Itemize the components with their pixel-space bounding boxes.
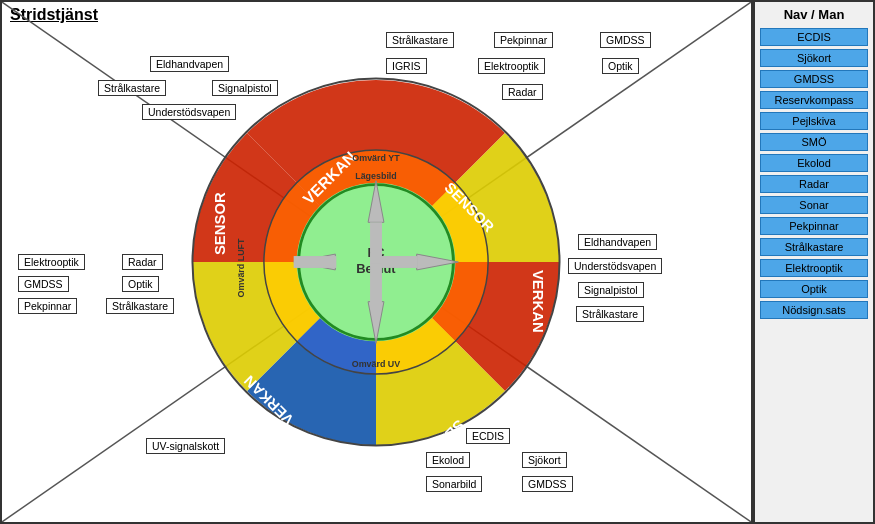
item-gmdss-bc: GMDSS [522,476,573,492]
left-panel: Stridstjänst [2,2,753,522]
page-title: Stridstjänst [10,6,98,24]
svg-marker-22 [294,254,336,270]
item-ecdis-bc: ECDIS [466,428,510,444]
svg-text:FC: FC [367,245,384,260]
item-signalpistol-r: Signalpistol [578,282,644,298]
item-elektrooptik-tr: Elektrooptik [478,58,545,74]
svg-text:VERKAN: VERKAN [241,372,297,428]
svg-point-5 [299,185,454,340]
svg-rect-25 [370,262,382,305]
sidebar-item-ecdis[interactable]: ECDIS [760,28,868,46]
svg-point-4 [297,183,456,342]
sidebar-item-optik[interactable]: Optik [760,280,868,298]
svg-point-6 [192,78,559,445]
item-understodsvapen-r: Understödsvapen [568,258,662,274]
item-stralkastar-tr: Strålkastare [386,32,454,48]
item-gmdss-l: GMDSS [18,276,69,292]
svg-rect-23 [294,256,337,268]
sidebar-title: Nav / Man [784,7,845,22]
svg-text:Lägesbild: Lägesbild [355,171,397,181]
item-sonarbild-bc: Sonarbild [426,476,482,492]
svg-rect-27 [370,222,382,264]
svg-text:VERKAN: VERKAN [300,148,359,207]
item-gmdss-tr: GMDSS [600,32,651,48]
svg-text:SENSOR: SENSOR [441,179,497,235]
svg-point-7 [264,150,488,374]
svg-text:Omvärd UV: Omvärd UV [352,359,401,369]
sidebar-item-reservkompass[interactable]: Reservkompass [760,91,868,109]
svg-text:Beslut: Beslut [356,261,396,276]
item-uv-signalskott: UV-signalskott [146,438,225,454]
svg-text:VERKAN: VERKAN [530,270,546,333]
svg-marker-24 [368,302,384,344]
sidebar-item-sonar[interactable]: Sonar [760,196,868,214]
sidebar-item-smo[interactable]: SMÖ [760,133,868,151]
svg-text:SENSOR: SENSOR [212,192,228,255]
main-container: Stridstjänst [0,0,875,524]
item-eldhandvapen-tl: Eldhandvapen [150,56,229,72]
item-stralkastar-l: Strålkastare [106,298,174,314]
item-optik-tr: Optik [602,58,639,74]
svg-text:Omvärd LUFT: Omvärd LUFT [236,238,246,297]
item-radar-l: Radar [122,254,163,270]
item-stralkastar-r: Strålkastare [576,306,644,322]
item-signalpistol-tl: Signalpistol [212,80,278,96]
sidebar-item-pejlskiva[interactable]: Pejlskiva [760,112,868,130]
svg-text:Omvärd YT: Omvärd YT [352,153,400,163]
item-optik-l: Optik [122,276,159,292]
item-igris-tr: IGRIS [386,58,427,74]
item-ekolod-bc: Ekolod [426,452,470,468]
sidebar-item-nodsign[interactable]: Nödsign.sats [760,301,868,319]
sidebar-item-radar[interactable]: Radar [760,175,868,193]
svg-marker-20 [417,254,459,270]
right-sidebar: Nav / Man ECDIS Sjökort GMDSS Reservkomp… [753,2,873,522]
item-pekpinnar-l: Pekpinnar [18,298,77,314]
svg-rect-21 [376,256,418,268]
svg-line-0 [2,2,376,262]
sidebar-item-elektrooptik[interactable]: Elektrooptik [760,259,868,277]
item-eldhandvapen-r: Eldhandvapen [578,234,657,250]
sidebar-item-sjokort[interactable]: Sjökort [760,49,868,67]
sidebar-item-stralkastar[interactable]: Strålkastare [760,238,868,256]
item-stralkastar-tl: Strålkastare [98,80,166,96]
svg-marker-26 [368,181,384,223]
sidebar-item-pekpinnar[interactable]: Pekpinnar [760,217,868,235]
item-sjokort-bc: Sjökort [522,452,567,468]
item-pekpinnar-tr: Pekpinnar [494,32,553,48]
item-elektrooptik-l: Elektrooptik [18,254,85,270]
sidebar-item-ekolod[interactable]: Ekolod [760,154,868,172]
item-understodsvapen-tl: Understödsvapen [142,104,236,120]
item-radar-tr: Radar [502,84,543,100]
sidebar-item-gmdss[interactable]: GMDSS [760,70,868,88]
